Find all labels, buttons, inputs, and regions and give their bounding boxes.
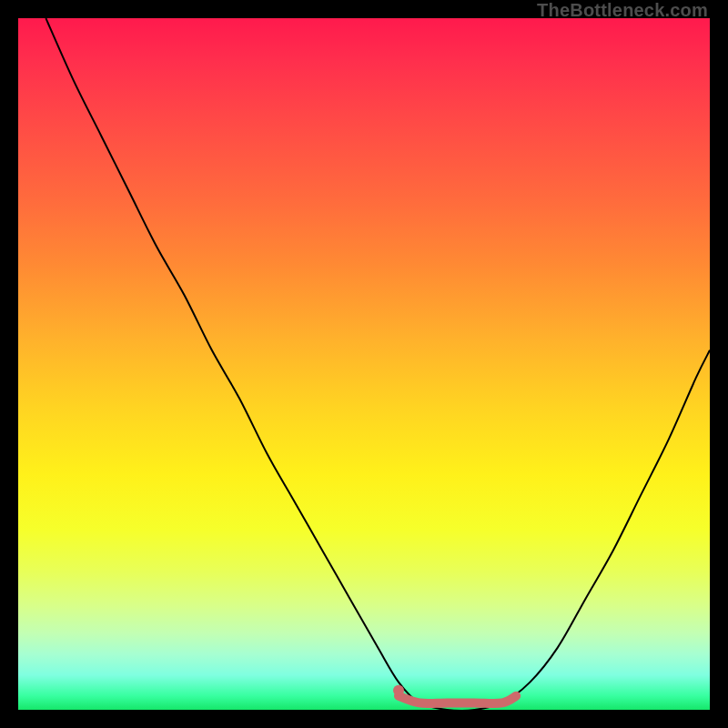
plot-area [18,18,710,710]
bottleneck-curve [46,18,710,710]
marker-dot [393,685,404,696]
chart-frame: TheBottleneck.com [0,0,728,728]
low-bottleneck-marker [399,696,516,703]
chart-svg [18,18,710,710]
